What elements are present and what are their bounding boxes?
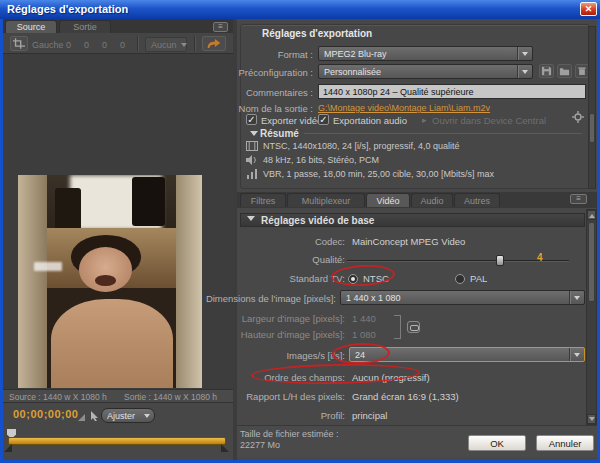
frame-size-label: Dimensions de l'image [pixels]: [186, 293, 336, 304]
summary-rule [304, 133, 582, 134]
timeline-work-area[interactable] [8, 437, 226, 445]
crop-value-left[interactable]: 0 [66, 40, 71, 50]
export-video-checkbox[interactable]: ✓ [246, 114, 257, 125]
quality-value[interactable]: 4 [537, 252, 543, 263]
tab-audio[interactable]: Audio [411, 193, 453, 207]
ntsc-label: NTSC [363, 273, 389, 284]
pixel-aspect-value: Grand écran 16:9 (1,333) [352, 391, 459, 402]
chevron-down-icon [144, 414, 150, 421]
basic-video-settings-title: Réglages vidéo de base [261, 215, 374, 226]
folder-icon [559, 66, 570, 76]
scrollbar-thumb[interactable] [588, 222, 595, 302]
collapse-arrow-icon[interactable] [250, 131, 258, 140]
chevron-down-icon [574, 296, 580, 303]
title-bar[interactable]: Réglages d'exportation [0, 0, 600, 19]
dialog-title: Réglages d'exportation [7, 3, 128, 15]
trim-out-handle[interactable] [221, 444, 229, 452]
field-order-value: Aucun (progressif) [352, 372, 430, 383]
summary-scrollbar[interactable] [588, 26, 596, 189]
tab-multiplexeur[interactable]: Multiplexeur [287, 193, 365, 207]
ok-button[interactable]: OK [468, 435, 526, 451]
frame-size-value: 1 440 x 1 080 [346, 293, 401, 303]
export-arrow-button[interactable] [202, 36, 226, 51]
interlace-select[interactable]: Aucun [145, 37, 187, 52]
crop-value-right[interactable]: 0 [102, 40, 107, 50]
link-dimensions-icon[interactable] [407, 321, 420, 333]
export-video-label: Exporter vidéo [261, 115, 322, 126]
select-tool-icon[interactable] [91, 411, 99, 423]
ntsc-radio[interactable] [348, 274, 358, 284]
width-value: 1 440 [352, 313, 376, 324]
quality-slider-handle[interactable] [496, 255, 504, 266]
summary-audio: 48 kHz, 16 bits, Stéréo, PCM [263, 155, 379, 165]
summary-video: NTSC, 1440x1080, 24 [i/s], progressif, 4… [263, 141, 460, 151]
video-frame [18, 175, 202, 388]
scroll-up-button[interactable] [587, 210, 596, 220]
export-settings-header: Réglages d'exportation [262, 28, 372, 39]
panel-menu-icon[interactable]: ≡ [213, 22, 228, 32]
scrollbar-thumb[interactable] [589, 113, 595, 143]
cancel-button[interactable]: Annuler [536, 435, 594, 451]
zoom-level-select[interactable]: Ajuster [101, 408, 155, 423]
burned-in-timestamp [34, 262, 62, 271]
crop-value-bottom[interactable]: 0 [120, 40, 125, 50]
preset-select[interactable]: Personnalisée [318, 64, 533, 79]
summary-header: Résumé [260, 128, 299, 139]
source-dimensions: Source : 1440 w X 1080 h [9, 392, 107, 402]
format-select[interactable]: MPEG2 Blu-ray [318, 46, 533, 61]
output-dimensions: Sortie : 1440 w X 1080 h [124, 392, 217, 402]
chevron-down-icon [522, 70, 528, 77]
codec-label: Codec: [200, 236, 345, 247]
toolbar-separator [137, 36, 138, 51]
trim-in-handle[interactable] [4, 444, 12, 452]
save-preset-button[interactable] [539, 64, 554, 78]
width-label: Largeur d'image [pixels]: [200, 313, 345, 324]
gear-icon[interactable] [572, 111, 584, 125]
pal-radio[interactable] [455, 274, 465, 284]
export-audio-label: Exportation audio [333, 115, 407, 126]
tab-autres[interactable]: Autres [454, 193, 500, 207]
export-audio-checkbox[interactable]: ✓ [318, 114, 329, 125]
tab-source[interactable]: Source [5, 20, 57, 33]
height-label: Hauteur d'image [pixels]: [200, 329, 345, 340]
basic-video-settings-header[interactable]: Réglages vidéo de base [240, 213, 585, 227]
settings-scrollbar[interactable] [586, 209, 597, 425]
save-icon [541, 66, 552, 76]
panel-menu-icon[interactable]: ≡ [570, 194, 587, 204]
collapse-arrow-icon [247, 216, 255, 225]
tab-video[interactable]: Vidéo [366, 193, 410, 207]
close-icon[interactable]: ✕ [580, 2, 597, 16]
output-name-link[interactable]: G:\Montage video\Montage Liam\Liam.m2v [318, 103, 490, 113]
tv-standard-label: Standard TV: [245, 273, 345, 284]
open-device-central-button[interactable]: Ouvrir dans Device Central [432, 115, 546, 126]
tab-sortie[interactable]: Sortie [59, 20, 111, 33]
frame-size-select[interactable]: 1 440 x 1 080 [340, 290, 585, 305]
profile-value: principal [352, 410, 387, 421]
profile-label: Profil: [245, 410, 345, 421]
field-order-label: Ordre des champs: [245, 372, 345, 383]
preset-label: Préconfiguration : [220, 67, 313, 78]
comments-input[interactable]: 1440 x 1080p 24 – Qualité supérieure [318, 84, 586, 99]
chevron-down-icon [181, 43, 187, 50]
device-central-arrow-icon: ▸ [422, 115, 427, 125]
chevron-down-icon [574, 353, 580, 360]
pixel-aspect-label: Rapport L/H des pixels: [225, 391, 345, 402]
timecode-display[interactable]: 00;00;00;00 [13, 408, 78, 420]
speaker-icon [246, 155, 258, 167]
import-preset-button[interactable] [557, 64, 572, 78]
filesize-label: Taille de fichier estimée : [240, 429, 339, 439]
framerate-value: 24 [355, 350, 365, 360]
video-preview[interactable] [18, 175, 202, 388]
crop-button[interactable] [10, 36, 28, 51]
crop-icon [13, 38, 25, 49]
video-summary-icon [246, 141, 258, 153]
bitrate-icon [246, 169, 258, 181]
tab-filtres[interactable]: Filtres [240, 193, 286, 207]
framerate-select[interactable]: 24 [349, 347, 585, 362]
scroll-down-button[interactable] [587, 414, 596, 424]
quality-slider[interactable] [347, 260, 569, 262]
delete-preset-button[interactable] [575, 64, 589, 78]
quality-label: Qualité: [245, 254, 345, 265]
crop-value-top[interactable]: 0 [84, 40, 89, 50]
format-label: Format : [225, 49, 313, 60]
